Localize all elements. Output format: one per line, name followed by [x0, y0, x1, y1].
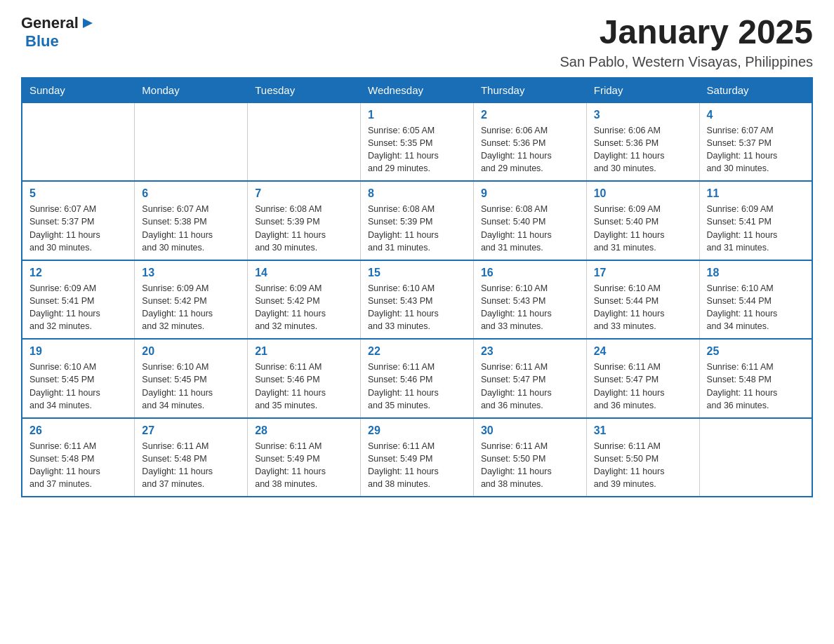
day-info: Sunrise: 6:10 AMSunset: 5:45 PMDaylight:… [142, 361, 240, 412]
day-number: 30 [481, 424, 579, 437]
col-header-friday: Friday [586, 78, 699, 102]
day-number: 21 [255, 345, 353, 358]
calendar-cell: 14Sunrise: 6:09 AMSunset: 5:42 PMDayligh… [248, 260, 361, 340]
day-info: Sunrise: 6:11 AMSunset: 5:46 PMDaylight:… [255, 361, 353, 412]
calendar-cell: 9Sunrise: 6:08 AMSunset: 5:40 PMDaylight… [473, 181, 586, 260]
calendar-cell: 17Sunrise: 6:10 AMSunset: 5:44 PMDayligh… [586, 260, 699, 340]
day-info: Sunrise: 6:08 AMSunset: 5:39 PMDaylight:… [368, 203, 466, 254]
col-header-sunday: Sunday [22, 78, 135, 102]
day-info: Sunrise: 6:11 AMSunset: 5:47 PMDaylight:… [594, 361, 692, 412]
week-row-2: 5Sunrise: 6:07 AMSunset: 5:37 PMDaylight… [22, 181, 812, 260]
col-header-monday: Monday [135, 78, 248, 102]
calendar-cell: 19Sunrise: 6:10 AMSunset: 5:45 PMDayligh… [22, 339, 135, 418]
col-header-saturday: Saturday [699, 78, 812, 102]
day-number: 28 [255, 424, 353, 437]
calendar-cell: 23Sunrise: 6:11 AMSunset: 5:47 PMDayligh… [473, 339, 586, 418]
day-info: Sunrise: 6:08 AMSunset: 5:40 PMDaylight:… [481, 203, 579, 254]
calendar-cell: 27Sunrise: 6:11 AMSunset: 5:48 PMDayligh… [135, 418, 248, 497]
day-info: Sunrise: 6:09 AMSunset: 5:42 PMDaylight:… [255, 282, 353, 333]
day-number: 16 [481, 267, 579, 279]
week-row-3: 12Sunrise: 6:09 AMSunset: 5:41 PMDayligh… [22, 260, 812, 340]
day-info: Sunrise: 6:11 AMSunset: 5:49 PMDaylight:… [368, 440, 466, 491]
title-block: January 2025 San Pablo, Western Visayas,… [560, 14, 813, 70]
calendar-cell: 21Sunrise: 6:11 AMSunset: 5:46 PMDayligh… [248, 339, 361, 418]
calendar-cell: 13Sunrise: 6:09 AMSunset: 5:42 PMDayligh… [135, 260, 248, 340]
day-number: 3 [594, 109, 692, 121]
calendar-cell: 24Sunrise: 6:11 AMSunset: 5:47 PMDayligh… [586, 339, 699, 418]
logo: General Blue [21, 14, 95, 51]
day-number: 8 [368, 187, 466, 200]
calendar-cell: 11Sunrise: 6:09 AMSunset: 5:41 PMDayligh… [699, 181, 812, 260]
day-info: Sunrise: 6:06 AMSunset: 5:36 PMDaylight:… [481, 124, 579, 175]
day-number: 7 [255, 187, 353, 200]
day-number: 19 [29, 345, 127, 358]
col-header-wednesday: Wednesday [361, 78, 474, 102]
calendar-cell: 30Sunrise: 6:11 AMSunset: 5:50 PMDayligh… [473, 418, 586, 497]
day-number: 12 [29, 267, 127, 279]
day-number: 4 [707, 109, 805, 121]
day-number: 17 [594, 267, 692, 279]
day-info: Sunrise: 6:07 AMSunset: 5:38 PMDaylight:… [142, 203, 240, 254]
day-number: 22 [368, 345, 466, 358]
day-number: 31 [594, 424, 692, 437]
day-number: 29 [368, 424, 466, 437]
day-number: 18 [707, 267, 805, 279]
day-info: Sunrise: 6:11 AMSunset: 5:49 PMDaylight:… [255, 440, 353, 491]
day-info: Sunrise: 6:11 AMSunset: 5:47 PMDaylight:… [481, 361, 579, 412]
day-number: 14 [255, 267, 353, 279]
day-info: Sunrise: 6:08 AMSunset: 5:39 PMDaylight:… [255, 203, 353, 254]
logo-general: General [21, 14, 79, 32]
calendar-cell: 6Sunrise: 6:07 AMSunset: 5:38 PMDaylight… [135, 181, 248, 260]
calendar-cell: 22Sunrise: 6:11 AMSunset: 5:46 PMDayligh… [361, 339, 474, 418]
day-info: Sunrise: 6:11 AMSunset: 5:48 PMDaylight:… [707, 361, 805, 412]
calendar-cell: 29Sunrise: 6:11 AMSunset: 5:49 PMDayligh… [361, 418, 474, 497]
day-info: Sunrise: 6:11 AMSunset: 5:48 PMDaylight:… [29, 440, 127, 491]
day-info: Sunrise: 6:10 AMSunset: 5:45 PMDaylight:… [29, 361, 127, 412]
calendar-cell: 25Sunrise: 6:11 AMSunset: 5:48 PMDayligh… [699, 339, 812, 418]
day-info: Sunrise: 6:05 AMSunset: 5:35 PMDaylight:… [368, 124, 466, 175]
day-number: 10 [594, 187, 692, 200]
day-number: 25 [707, 345, 805, 358]
day-info: Sunrise: 6:11 AMSunset: 5:50 PMDaylight:… [594, 440, 692, 491]
day-number: 5 [29, 187, 127, 200]
calendar-cell: 28Sunrise: 6:11 AMSunset: 5:49 PMDayligh… [248, 418, 361, 497]
day-number: 24 [594, 345, 692, 358]
day-number: 27 [142, 424, 240, 437]
day-number: 6 [142, 187, 240, 200]
calendar-cell: 16Sunrise: 6:10 AMSunset: 5:43 PMDayligh… [473, 260, 586, 340]
day-info: Sunrise: 6:06 AMSunset: 5:36 PMDaylight:… [594, 124, 692, 175]
calendar-cell: 18Sunrise: 6:10 AMSunset: 5:44 PMDayligh… [699, 260, 812, 340]
week-row-1: 1Sunrise: 6:05 AMSunset: 5:35 PMDaylight… [22, 102, 812, 182]
calendar-cell: 1Sunrise: 6:05 AMSunset: 5:35 PMDaylight… [361, 102, 474, 182]
day-info: Sunrise: 6:09 AMSunset: 5:41 PMDaylight:… [707, 203, 805, 254]
week-row-5: 26Sunrise: 6:11 AMSunset: 5:48 PMDayligh… [22, 418, 812, 497]
location-title: San Pablo, Western Visayas, Philippines [560, 54, 813, 70]
calendar-cell [22, 102, 135, 182]
day-info: Sunrise: 6:09 AMSunset: 5:40 PMDaylight:… [594, 203, 692, 254]
calendar-cell: 15Sunrise: 6:10 AMSunset: 5:43 PMDayligh… [361, 260, 474, 340]
calendar-cell [699, 418, 812, 497]
logo-blue: Blue [25, 32, 59, 51]
day-number: 13 [142, 267, 240, 279]
logo-triangle-icon [80, 15, 95, 31]
calendar-cell: 4Sunrise: 6:07 AMSunset: 5:37 PMDaylight… [699, 102, 812, 182]
calendar-cell: 7Sunrise: 6:08 AMSunset: 5:39 PMDaylight… [248, 181, 361, 260]
calendar-cell: 26Sunrise: 6:11 AMSunset: 5:48 PMDayligh… [22, 418, 135, 497]
month-title: January 2025 [560, 14, 813, 51]
day-info: Sunrise: 6:07 AMSunset: 5:37 PMDaylight:… [29, 203, 127, 254]
col-header-tuesday: Tuesday [248, 78, 361, 102]
day-number: 11 [707, 187, 805, 200]
day-number: 23 [481, 345, 579, 358]
day-info: Sunrise: 6:11 AMSunset: 5:46 PMDaylight:… [368, 361, 466, 412]
calendar-cell: 20Sunrise: 6:10 AMSunset: 5:45 PMDayligh… [135, 339, 248, 418]
calendar-cell [248, 102, 361, 182]
day-info: Sunrise: 6:11 AMSunset: 5:50 PMDaylight:… [481, 440, 579, 491]
calendar-cell [135, 102, 248, 182]
day-info: Sunrise: 6:10 AMSunset: 5:43 PMDaylight:… [481, 282, 579, 333]
day-number: 9 [481, 187, 579, 200]
day-info: Sunrise: 6:10 AMSunset: 5:44 PMDaylight:… [594, 282, 692, 333]
day-info: Sunrise: 6:09 AMSunset: 5:41 PMDaylight:… [29, 282, 127, 333]
day-info: Sunrise: 6:09 AMSunset: 5:42 PMDaylight:… [142, 282, 240, 333]
calendar-cell: 5Sunrise: 6:07 AMSunset: 5:37 PMDaylight… [22, 181, 135, 260]
day-number: 15 [368, 267, 466, 279]
